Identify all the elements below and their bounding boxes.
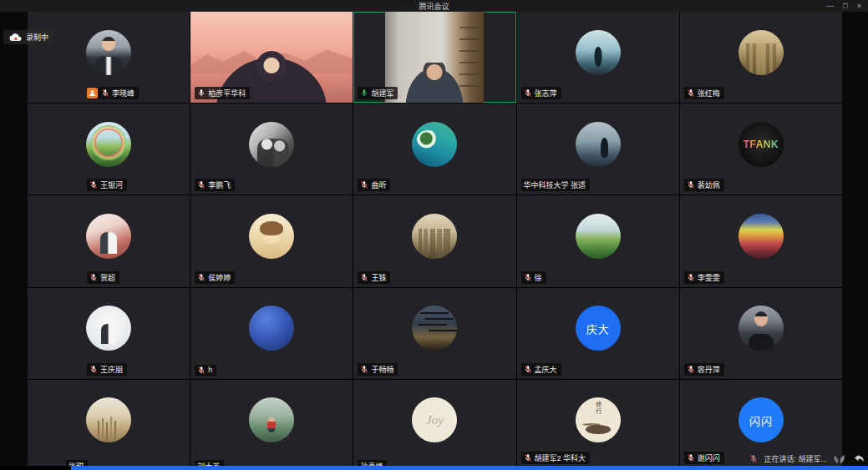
participant-avatar	[86, 214, 131, 259]
participant-cell[interactable]: 李晓峰	[28, 12, 190, 103]
mic-icon	[360, 273, 368, 282]
mic-icon	[524, 273, 532, 282]
participant-cell[interactable]: 贺超	[28, 195, 190, 286]
person-figure	[402, 63, 467, 103]
cloud-recording-icon	[9, 33, 23, 42]
close-button[interactable]: ×	[857, 0, 861, 12]
participant-label: 胡建军2 华科大	[521, 452, 591, 464]
participant-name: 王铢	[371, 272, 386, 283]
participant-label: 容丹萍	[684, 363, 724, 376]
participant-name: 侯婷婷	[208, 272, 231, 283]
participant-avatar: Joy	[412, 397, 457, 442]
avatar-text: 庆大	[586, 321, 610, 336]
participant-name: 贺超	[100, 272, 115, 283]
participant-name: 柏彦平华科	[208, 88, 246, 99]
participant-cell[interactable]: 张志萍	[517, 12, 679, 103]
participant-label: 王庆朋	[87, 363, 127, 376]
participant-avatar: TFANK	[739, 122, 784, 167]
avatar-text: Joy	[426, 413, 444, 427]
mic-icon	[524, 88, 532, 98]
avatar-text: TFANK	[744, 139, 779, 150]
participant-avatar: 庆大	[576, 306, 621, 351]
participant-name: 李鹏飞	[208, 179, 231, 190]
recording-indicator: 录制中	[3, 30, 54, 44]
participant-cell[interactable]: 张红梅	[680, 12, 842, 103]
participant-cell[interactable]: 容丹萍	[680, 288, 842, 379]
mic-icon	[360, 88, 368, 98]
participant-cell[interactable]: 张甜	[28, 380, 190, 470]
taskbar-blue-segment[interactable]	[71, 466, 868, 470]
reply-arrow-icon[interactable]	[854, 454, 865, 463]
participant-name: 张志萍	[535, 88, 557, 99]
participant-cell[interactable]: 修行 胡建军2 华科大	[517, 380, 679, 470]
participant-avatar	[576, 30, 621, 75]
mic-icon	[197, 180, 206, 190]
participant-name: 胡建军2 华科大	[535, 452, 586, 463]
mic-icon	[749, 454, 758, 463]
mic-icon	[524, 365, 532, 374]
participant-cell[interactable]: h	[190, 288, 353, 379]
maximize-button[interactable]: □	[843, 0, 847, 12]
hands-icon[interactable]	[833, 453, 848, 464]
participant-label: 华中科技大学 张适	[521, 179, 591, 191]
participant-cell[interactable]: 李雯雯	[680, 195, 842, 286]
participant-avatar	[739, 214, 784, 259]
meeting-window: 腾讯会议 — □ × 李晓峰	[0, 0, 868, 470]
participant-cell[interactable]: 王铢	[353, 195, 515, 286]
participant-avatar	[86, 306, 131, 351]
participant-cell[interactable]: 胡建军	[353, 12, 515, 103]
participant-stage	[28, 380, 190, 470]
participant-name: 华中科技大学 张适	[524, 179, 586, 190]
participant-cell[interactable]: 刘大美	[190, 380, 353, 470]
participant-avatar	[576, 214, 621, 259]
participant-cell[interactable]: TFANK 裴幼佩	[680, 104, 842, 195]
participant-cell[interactable]: 徐	[517, 195, 679, 286]
participant-label: h	[195, 365, 216, 376]
participant-avatar: 闪闪	[739, 397, 784, 442]
minimize-button[interactable]: —	[826, 0, 834, 12]
participant-label: 柏彦平华科	[195, 87, 250, 99]
participant-cell[interactable]: 王银河	[28, 104, 190, 195]
participant-avatar	[412, 306, 457, 351]
participant-name: 于畅畅	[371, 364, 393, 375]
participant-name: 张红梅	[698, 88, 720, 99]
participant-avatar	[576, 122, 621, 167]
participant-avatar	[412, 214, 457, 259]
participant-cell[interactable]: Joy 孙青峰	[353, 380, 515, 470]
mic-icon	[101, 88, 109, 98]
participant-avatar: 修行	[576, 397, 621, 442]
mic-icon	[687, 88, 695, 98]
participant-name: 徐	[535, 272, 542, 283]
mic-icon	[360, 365, 368, 374]
participant-name: 谢闪闪	[698, 452, 720, 463]
participant-avatar	[249, 397, 294, 442]
participant-video	[385, 12, 484, 103]
participant-avatar	[249, 306, 294, 351]
participant-name: 孟庆大	[535, 364, 557, 375]
participant-cell[interactable]: 李鹏飞	[190, 104, 353, 195]
participant-cell[interactable]: 王庆朋	[28, 288, 190, 379]
mic-icon	[687, 365, 695, 374]
avatar-text: 闪闪	[749, 412, 773, 428]
participant-stage	[190, 380, 353, 470]
participant-label: 贺超	[87, 271, 119, 284]
participant-avatar	[412, 122, 457, 167]
speaking-label: 正在讲话: 胡建军...	[764, 453, 827, 464]
participant-label: 侯婷婷	[195, 271, 235, 284]
participant-cell[interactable]: 华中科技大学 张适	[517, 104, 679, 195]
participant-label: 谢闪闪	[684, 452, 724, 464]
mic-icon	[524, 453, 532, 462]
participant-cell[interactable]: 庆大 孟庆大	[517, 288, 679, 379]
titlebar: 腾讯会议 — □ ×	[0, 0, 868, 12]
participant-cell[interactable]: 柏彦平华科	[190, 12, 353, 103]
participant-cell[interactable]: 曲昕	[353, 104, 515, 195]
participant-cell[interactable]: 侯婷婷	[190, 195, 353, 286]
participant-label: 于畅畅	[358, 363, 398, 376]
participant-label: 曲昕	[358, 179, 390, 191]
participant-avatar	[86, 122, 131, 167]
mic-icon	[197, 273, 206, 282]
participant-label: 徐	[521, 271, 546, 284]
participant-avatar	[86, 397, 131, 442]
mic-icon	[197, 366, 206, 375]
participant-cell[interactable]: 于畅畅	[353, 288, 515, 379]
